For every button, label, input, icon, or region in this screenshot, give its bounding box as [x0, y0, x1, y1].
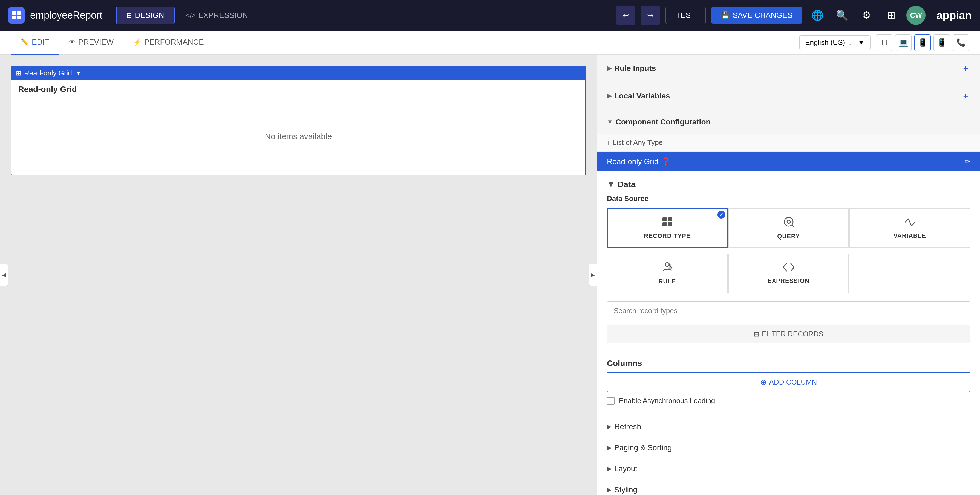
datasource-query[interactable]: QUERY	[728, 208, 849, 248]
data-source-row2: RULE EXPRESSION	[607, 254, 970, 293]
rule-inputs-add-icon[interactable]: ＋	[961, 62, 970, 75]
data-section-title[interactable]: ▼ Data	[607, 180, 970, 189]
expression-option-label: EXPRESSION	[768, 277, 810, 284]
svg-rect-2	[12, 16, 16, 20]
redo-button[interactable]: ↪	[641, 6, 660, 25]
filter-icon: ⊟	[754, 330, 759, 338]
canvas-toggle-left[interactable]: ◀	[0, 264, 8, 286]
top-navigation: employeeReport ⊞ DESIGN </> EXPRESSION ↩…	[0, 0, 980, 31]
tablet-view-button[interactable]: 💻	[895, 35, 912, 51]
current-component-bar: Read-only Grid ❓ ✏	[597, 152, 980, 171]
svg-rect-1	[17, 11, 21, 15]
enable-async-row: Enable Asynchronous Loading	[607, 392, 970, 409]
record-type-label: RECORD TYPE	[644, 232, 690, 240]
edit-external-icon[interactable]: ✏	[965, 158, 970, 165]
component-config-chevron: ▼	[607, 118, 613, 125]
svg-point-11	[665, 263, 669, 267]
edit-tab[interactable]: ✏️ EDIT	[11, 31, 59, 55]
preview-tab[interactable]: 👁 PREVIEW	[59, 31, 124, 55]
filter-records-button[interactable]: ⊟ FILTER RECORDS	[607, 325, 970, 343]
columns-title: Columns	[607, 359, 970, 368]
mobile-view-button[interactable]: 📱	[934, 35, 950, 51]
svg-point-9	[787, 220, 790, 224]
svg-rect-5	[668, 217, 672, 221]
search-record-types-input[interactable]	[607, 301, 970, 320]
rule-inputs-chevron: ▶	[607, 65, 611, 72]
app-name: employeeReport	[30, 10, 102, 21]
columns-section: Columns ⊕ ADD COLUMN Enable Asynchronous…	[597, 352, 980, 416]
data-section-chevron: ▼	[607, 180, 615, 189]
design-icon: ⊞	[126, 11, 132, 19]
settings-button[interactable]: ⚙	[857, 6, 876, 25]
test-button[interactable]: TEST	[665, 6, 706, 24]
app-icon	[8, 7, 25, 24]
component-config-header[interactable]: ▼ Component Configuration	[597, 110, 980, 134]
grid-empty-state: No items available	[11, 98, 585, 175]
enable-async-checkbox[interactable]	[607, 397, 614, 405]
rule-icon	[662, 262, 673, 274]
phone-view-button[interactable]: 📞	[953, 35, 969, 51]
performance-icon: ⚡	[133, 38, 142, 46]
undo-button[interactable]: ↩	[616, 6, 635, 25]
main-layout: ◀ ⊞ Read-only Grid ▼ Read-only Grid No i…	[0, 55, 980, 495]
local-variables-add-icon[interactable]: ＋	[961, 90, 970, 102]
help-icon: ❓	[661, 157, 671, 166]
appian-logo: appian	[937, 9, 972, 22]
variable-label: VARIABLE	[894, 232, 926, 239]
save-icon: 💾	[721, 11, 729, 19]
svg-line-10	[792, 225, 794, 227]
rule-inputs-header[interactable]: ▶ Rule Inputs ＋	[597, 55, 980, 82]
globe-button[interactable]: 🌐	[808, 6, 827, 25]
expression-tab[interactable]: </> EXPRESSION	[176, 6, 259, 24]
nav-tabs: ⊞ DESIGN </> EXPRESSION	[116, 6, 258, 24]
svg-rect-7	[668, 222, 672, 226]
data-source-grid: RECORD TYPE QUERY	[607, 208, 970, 248]
chevron-down-icon: ▼	[858, 38, 865, 47]
datasource-record-type[interactable]: RECORD TYPE	[607, 208, 728, 248]
current-component-label: Read-only Grid ❓	[607, 157, 671, 166]
rule-inputs-title: ▶ Rule Inputs	[607, 64, 656, 73]
layout-chevron: ▶	[607, 465, 611, 472]
data-section: ▼ Data Data Source	[597, 171, 980, 352]
query-icon	[783, 217, 794, 230]
canvas-area: ◀ ⊞ Read-only Grid ▼ Read-only Grid No i…	[0, 55, 597, 495]
preview-icon: 👁	[69, 38, 76, 46]
paging-sorting-section[interactable]: ▶ Paging & Sorting	[597, 437, 980, 458]
desktop-view-button[interactable]: 🖥	[876, 35, 892, 51]
component-config-section: ▼ Component Configuration ↑ List of Any …	[597, 110, 980, 495]
add-column-button[interactable]: ⊕ ADD COLUMN	[607, 372, 970, 392]
svg-rect-4	[662, 217, 667, 221]
grid-button[interactable]: ⊞	[882, 6, 901, 25]
datasource-variable[interactable]: VARIABLE	[850, 208, 970, 248]
svg-rect-0	[12, 11, 16, 15]
datasource-expression[interactable]: EXPRESSION	[728, 254, 849, 293]
locale-selector[interactable]: English (US) [... ▼	[799, 35, 870, 50]
datasource-rule[interactable]: RULE	[607, 254, 728, 293]
right-panel: ▶ Rule Inputs ＋ ▶ Local Variables ＋ ▼	[597, 55, 980, 495]
variable-icon	[904, 217, 915, 229]
svg-rect-3	[17, 16, 21, 20]
record-type-icon	[662, 217, 673, 229]
local-variables-title: ▶ Local Variables	[607, 92, 670, 100]
svg-point-8	[784, 217, 793, 226]
styling-section[interactable]: ▶ Styling	[597, 479, 980, 495]
refresh-section[interactable]: ▶ Refresh	[597, 416, 980, 437]
design-tab[interactable]: ⊞ DESIGN	[116, 6, 174, 24]
local-variables-header[interactable]: ▶ Local Variables ＋	[597, 82, 980, 109]
styling-chevron: ▶	[607, 486, 611, 493]
component-header-chevron[interactable]: ▼	[76, 70, 81, 76]
rule-inputs-section: ▶ Rule Inputs ＋	[597, 55, 980, 82]
view-icons: 🖥 💻 📱 📱 📞	[876, 35, 969, 51]
edit-icon: ✏️	[21, 38, 29, 46]
search-button[interactable]: 🔍	[832, 6, 852, 25]
avatar[interactable]: CW	[906, 6, 926, 25]
grid-component-icon: ⊞	[16, 70, 21, 77]
layout-section[interactable]: ▶ Layout	[597, 458, 980, 479]
local-variables-chevron: ▶	[607, 92, 611, 100]
save-changes-button[interactable]: 💾 SAVE CHANGES	[711, 7, 802, 24]
paging-sorting-chevron: ▶	[607, 444, 611, 451]
performance-tab[interactable]: ⚡ PERFORMANCE	[124, 31, 214, 55]
canvas-toggle-right[interactable]: ▶	[589, 264, 597, 286]
expression-icon: </>	[186, 11, 196, 19]
tablet-portrait-view-button[interactable]: 📱	[914, 35, 931, 51]
